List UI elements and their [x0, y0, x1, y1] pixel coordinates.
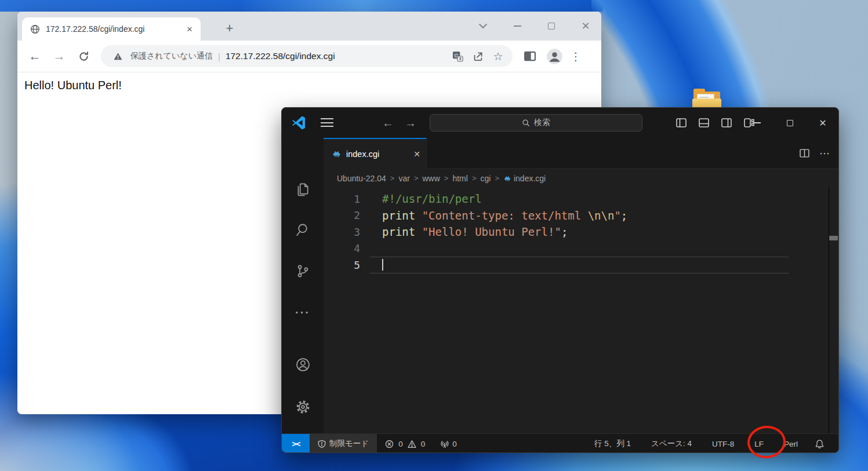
browser-close-button[interactable]: ✕ [578, 19, 593, 34]
breadcrumb-separator: > [495, 174, 499, 182]
warning-triangle-icon[interactable] [110, 49, 125, 64]
line-number: 5 [324, 259, 360, 271]
search-icon [522, 119, 530, 127]
account-icon[interactable] [289, 350, 317, 378]
cursor-position-item[interactable]: 行 5、列 1 [591, 439, 634, 449]
tab-filename: index.cgi [346, 149, 409, 159]
source-control-icon[interactable] [289, 257, 317, 285]
settings-gear-icon[interactable] [289, 393, 317, 421]
status-bar-right: 行 5、列 1 スペース: 4 UTF-8 LF Perl [591, 439, 838, 449]
translate-icon[interactable]: G [450, 49, 465, 64]
perl-camel-icon [503, 174, 511, 182]
profile-avatar-icon[interactable] [544, 46, 565, 67]
vscode-minimize-button[interactable] [749, 115, 764, 130]
line-number: 1 [324, 193, 360, 205]
editor-tab-bar: index.cgi ✕ ⋯ [324, 138, 838, 169]
encoding-item[interactable]: UTF-8 [709, 440, 738, 448]
split-editor-icon[interactable] [800, 149, 809, 158]
url-separator: | [218, 52, 220, 61]
forward-icon[interactable]: → [49, 46, 70, 67]
layout-controls [674, 108, 756, 138]
breadcrumb-item[interactable]: cgi [480, 174, 491, 183]
security-warning-label[interactable]: 保護されていない通信 [130, 51, 213, 61]
new-tab-button[interactable]: + [221, 20, 238, 36]
reload-icon[interactable] [73, 46, 94, 67]
share-icon[interactable] [470, 49, 485, 64]
code-line-1: 1 #!/usr/bin/perl [324, 191, 838, 207]
toggle-panel-icon[interactable] [697, 116, 711, 130]
vscode-close-button[interactable]: ✕ [815, 115, 830, 130]
tab-bar-actions: ⋯ [800, 138, 830, 169]
bell-icon[interactable] [815, 439, 825, 449]
address-bar[interactable]: 保護されていない通信 | 172.17.222.58/cgi/index.cgi… [101, 45, 513, 67]
folder-document-lines [699, 97, 709, 98]
breadcrumb-file[interactable]: index.cgi [503, 174, 546, 183]
bookmark-star-icon[interactable]: ☆ [491, 49, 506, 64]
page-body-text: Hello! Ubuntu Perl! [24, 79, 122, 92]
vscode-window: ← → 検索 [281, 107, 839, 453]
more-actions-icon[interactable]: ··· [289, 298, 317, 326]
breadcrumb[interactable]: Ubuntu-22.04 > var > www > html > cgi > … [324, 169, 838, 188]
globe-icon [30, 24, 40, 34]
vscode-titlebar: ← → 検索 [282, 108, 838, 138]
search-sidebar-icon[interactable] [289, 216, 317, 244]
breadcrumb-root[interactable]: Ubuntu-22.04 [337, 174, 386, 183]
breadcrumb-separator: > [390, 174, 395, 182]
vscode-window-controls: ✕ [749, 108, 830, 138]
restricted-mode-item[interactable]: 制限モード [310, 434, 377, 453]
code-line-3: 3 print "Hello! Ubuntu Perl!"; [324, 224, 838, 240]
editor-tab-indexcgi[interactable]: index.cgi ✕ [324, 138, 427, 169]
line-number: 4 [324, 242, 360, 254]
errors-count: 0 [398, 440, 403, 448]
search-placeholder: 検索 [534, 118, 550, 128]
browser-tab-strip: 172.17.222.58/cgi/index.cgi × + ✕ [17, 12, 601, 41]
breadcrumb-item[interactable]: www [422, 174, 440, 183]
browser-minimize-button[interactable] [510, 19, 525, 34]
toggle-secondary-sidebar-icon[interactable] [720, 116, 733, 130]
tab-close-icon[interactable]: × [186, 24, 194, 34]
code-line-4: 4 [324, 240, 838, 257]
current-line-highlight [370, 257, 789, 273]
editor-scrollbar[interactable] [829, 188, 838, 433]
shebang-token: #!/usr/bin/perl [382, 192, 482, 205]
url-text[interactable]: 172.17.222.58/cgi/index.cgi [226, 51, 445, 61]
remote-icon: >< [292, 439, 300, 448]
browser-tab-title: 172.17.222.58/cgi/index.cgi [46, 24, 180, 34]
ports-icon [440, 440, 449, 448]
command-center-search[interactable]: 検索 [430, 114, 642, 132]
back-icon[interactable]: ← [24, 46, 45, 67]
browser-maximize-button[interactable] [544, 19, 559, 34]
activity-bar: ··· [282, 138, 324, 433]
breadcrumb-item[interactable]: var [398, 174, 409, 183]
avatar [547, 49, 562, 64]
ports-item[interactable]: 0 [437, 440, 460, 448]
tab-search-chevron-icon[interactable] [475, 19, 491, 34]
editor-group: index.cgi ✕ ⋯ Ubuntu-22.04 > [324, 138, 838, 433]
editor-forward-icon[interactable]: → [402, 108, 419, 138]
perl-camel-icon [332, 149, 342, 159]
line-number: 2 [324, 209, 360, 221]
problems-item[interactable]: 0 0 [382, 440, 428, 448]
side-panel-icon[interactable] [520, 46, 540, 67]
menu-hamburger-icon[interactable] [321, 118, 333, 127]
ports-count: 0 [452, 440, 457, 448]
explorer-icon[interactable] [289, 175, 317, 203]
remote-indicator[interactable]: >< [282, 434, 310, 453]
kebab-menu-icon[interactable]: ⋮ [568, 46, 583, 67]
tab-close-icon[interactable]: ✕ [413, 149, 420, 159]
warnings-count: 0 [421, 440, 426, 448]
browser-tab[interactable]: 172.17.222.58/cgi/index.cgi × [22, 17, 201, 41]
editor-more-actions-icon[interactable]: ⋯ [819, 147, 830, 160]
breadcrumb-item[interactable]: html [452, 174, 467, 183]
restricted-mode-label: 制限モード [329, 439, 369, 449]
vscode-maximize-button[interactable] [782, 115, 797, 130]
scrollbar-marker [829, 236, 838, 240]
breadcrumb-separator: > [472, 174, 477, 182]
text-cursor [382, 259, 383, 271]
desktop: 172.17.222.58/cgi/index.cgi × + ✕ ← → [0, 0, 868, 471]
editor-back-icon[interactable]: ← [379, 108, 397, 138]
toggle-sidebar-icon[interactable] [674, 116, 688, 130]
indentation-item[interactable]: スペース: 4 [648, 439, 695, 449]
code-editor[interactable]: 1 #!/usr/bin/perl 2 print "Content-type:… [324, 188, 838, 433]
code-lines: 1 #!/usr/bin/perl 2 print "Content-type:… [324, 188, 838, 273]
